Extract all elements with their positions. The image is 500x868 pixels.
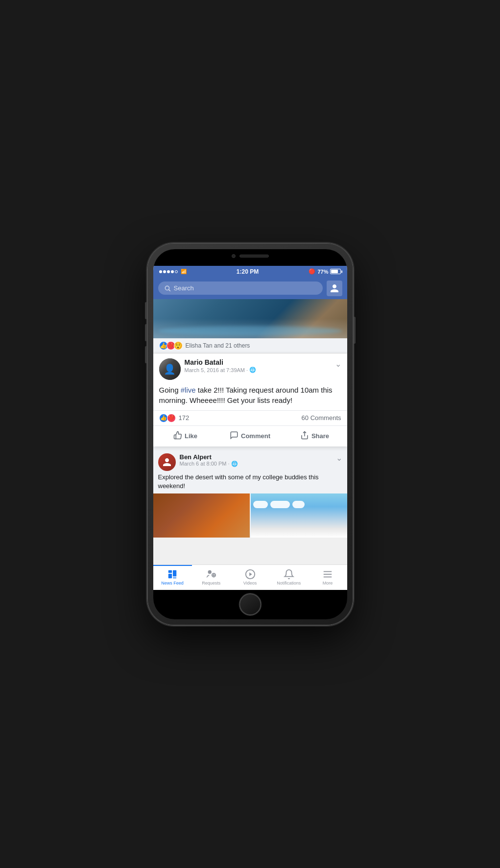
comment-icon (230, 431, 238, 442)
signal-dots (159, 270, 178, 273)
nav-label-newsfeed: News Feed (161, 581, 184, 586)
svg-rect-5 (173, 570, 176, 577)
hero-image (153, 299, 347, 338)
wow-emoji: 😲 (174, 341, 183, 350)
second-post-chevron[interactable]: ⌄ (336, 453, 342, 463)
status-bar: 📶 1:20 PM 🔴 77% (153, 266, 347, 278)
nav-item-videos[interactable]: Videos (231, 565, 269, 590)
nav-item-newsfeed[interactable]: News Feed (153, 565, 192, 590)
wifi-icon: 📶 (181, 269, 187, 274)
status-right: 🔴 77% (309, 268, 341, 275)
screen-content: 📶 1:20 PM 🔴 77% Sea (153, 266, 347, 590)
camera (232, 254, 236, 258)
phone-top-hardware (232, 254, 269, 258)
share-btn-label: Share (311, 432, 329, 440)
post-avatar[interactable] (159, 358, 181, 380)
nav-label-videos: Videos (243, 581, 257, 586)
desert-image-left (153, 493, 250, 538)
second-post-meta: Ben Alpert March 6 at 8:00 PM · 🌐 (180, 453, 342, 467)
stats-emojis: 👍 ❤️ (159, 414, 176, 422)
content-area: 👍 ❤️ 😲 Elisha Tan and 21 others Mario Ba… (153, 299, 347, 564)
signal-dot-2 (163, 270, 166, 273)
svg-rect-3 (168, 570, 172, 573)
like-count: 172 (179, 414, 190, 422)
notifications-icon (284, 569, 294, 580)
requests-icon (206, 569, 216, 580)
like-btn-label: Like (185, 432, 197, 440)
cloud-2 (270, 501, 290, 508)
post-meta: Mario Batali March 5, 2016 at 7:39AM · 🌐 (185, 358, 341, 374)
second-post-header: Ben Alpert March 6 at 8:00 PM · 🌐 ⌄ (153, 449, 347, 473)
timestamp-text: March 5, 2016 at 7:39AM (185, 367, 245, 373)
nav-label-requests: Requests (202, 581, 220, 586)
signal-dot-1 (159, 270, 162, 273)
battery-percent: 77% (317, 269, 328, 275)
phone-screen: 📶 1:20 PM 🔴 77% Sea (153, 249, 347, 619)
stats-like-emoji: 👍 (159, 414, 168, 422)
second-timestamp: March 6 at 8:00 PM · 🌐 (180, 461, 342, 467)
second-post-avatar[interactable] (158, 453, 176, 471)
post-card-2: Ben Alpert March 6 at 8:00 PM · 🌐 ⌄ Expl… (153, 449, 347, 538)
nav-item-requests[interactable]: Requests (192, 565, 231, 590)
timestamp-dot: · (246, 367, 248, 373)
post-content-pre: Going (159, 386, 181, 394)
post-header: Mario Batali March 5, 2016 at 7:39AM · 🌐… (153, 353, 347, 383)
like-button[interactable]: Like (153, 427, 218, 446)
second-timestamp-text: March 6 at 8:00 PM (180, 461, 227, 467)
stats-love-emoji: ❤️ (167, 414, 176, 422)
bluetooth-icon: 🔴 (309, 268, 315, 275)
svg-rect-6 (173, 577, 176, 578)
comments-count: 60 Comments (302, 414, 341, 422)
search-icon (164, 285, 171, 292)
speaker (239, 255, 269, 258)
like-icon (173, 431, 182, 442)
second-post-text: Explored the desert with some of my coll… (153, 473, 347, 493)
status-time: 1:20 PM (237, 268, 259, 275)
search-bar[interactable]: Search (158, 282, 323, 295)
avatar-photo (159, 358, 181, 380)
clouds (253, 501, 345, 508)
share-icon (300, 431, 309, 442)
reaction-emojis: 👍 ❤️ 😲 (159, 341, 183, 350)
signal-dot-4 (171, 270, 174, 273)
comment-button[interactable]: Comment (218, 427, 283, 446)
facebook-header: Search (153, 278, 347, 299)
post-options-chevron[interactable]: ⌄ (335, 359, 341, 369)
post-content: Going #live take 2!!! Taking request aro… (153, 383, 347, 410)
newsfeed-icon (167, 569, 178, 580)
second-globe-icon: 🌐 (231, 461, 238, 467)
comment-btn-label: Comment (241, 432, 270, 440)
status-left: 📶 (159, 269, 187, 274)
sky-image-right (251, 493, 347, 538)
second-post-image (153, 493, 347, 538)
nav-item-more[interactable]: More (308, 565, 347, 590)
reactions-bar: 👍 ❤️ 😲 Elisha Tan and 21 others (153, 338, 347, 353)
post-stats: 👍 ❤️ 172 60 Comments (153, 410, 347, 426)
nav-label-more: More (323, 581, 333, 586)
svg-line-1 (168, 289, 170, 291)
cloud-1 (253, 501, 268, 508)
post-timestamp: March 5, 2016 at 7:39AM · 🌐 (185, 367, 341, 373)
post-author[interactable]: Mario Batali (185, 358, 341, 367)
cloud-3 (292, 501, 305, 508)
svg-point-7 (208, 570, 212, 574)
battery-icon (330, 269, 341, 274)
globe-icon: 🌐 (249, 367, 256, 373)
nav-item-notifications[interactable]: Notifications (269, 565, 308, 590)
share-button[interactable]: Share (283, 427, 347, 446)
phone-frame: 📶 1:20 PM 🔴 77% Sea (147, 243, 353, 625)
search-placeholder: Search (174, 284, 194, 292)
profile-icon-button[interactable] (327, 281, 342, 296)
bottom-nav: News Feed Requests (153, 564, 347, 590)
second-author[interactable]: Ben Alpert (180, 453, 342, 461)
home-button[interactable] (239, 593, 261, 615)
more-icon (322, 569, 333, 580)
reactions-text: Elisha Tan and 21 others (186, 342, 250, 349)
battery-fill (331, 270, 338, 273)
hashtag-live[interactable]: #live (181, 386, 196, 394)
nav-active-indicator (153, 565, 192, 566)
svg-marker-12 (249, 572, 252, 576)
videos-icon (245, 569, 256, 580)
svg-point-0 (165, 286, 169, 290)
signal-dot-3 (167, 270, 170, 273)
